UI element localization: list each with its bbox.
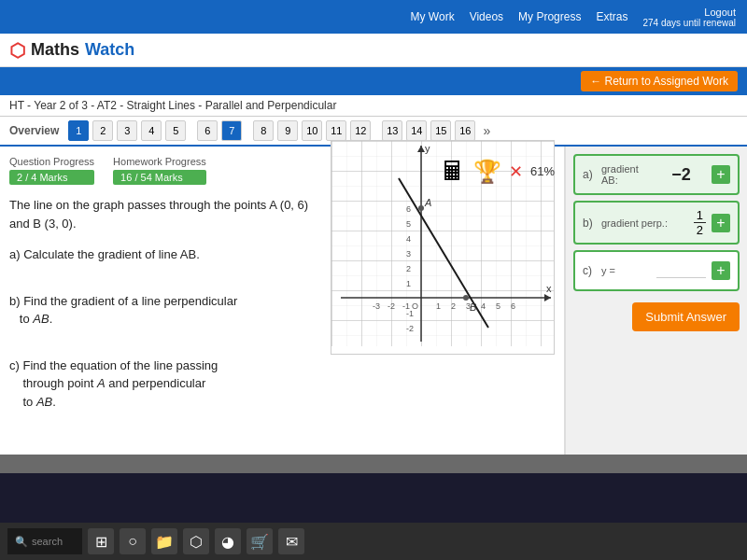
tab-7[interactable]: 7 — [221, 120, 242, 141]
tab-6[interactable]: 6 — [197, 120, 218, 141]
progress-section: Question Progress 2 / 4 Marks Homework P… — [9, 156, 555, 187]
svg-text:-2: -2 — [388, 301, 395, 311]
answer-b-expand-button[interactable]: + — [712, 214, 730, 232]
logo-bar: ⬡ MathsWatch — [0, 34, 747, 67]
svg-point-24 — [418, 205, 424, 211]
part-c-text: c) Find the equation of the line passing… — [9, 358, 218, 409]
answer-c-label: c) — [583, 264, 596, 277]
tab-13[interactable]: 13 — [382, 120, 402, 141]
fraction-denominator: 2 — [694, 223, 706, 237]
answer-row-c: c) y = + — [573, 250, 740, 291]
taskbar-store-icon[interactable]: 🛒 — [247, 528, 273, 554]
svg-text:-3: -3 — [373, 301, 380, 311]
trophy-icon: 🏆 — [473, 159, 501, 185]
x-icon[interactable]: ✕ — [509, 161, 523, 182]
tab-4[interactable]: 4 — [141, 120, 162, 141]
logo-watch: Watch — [85, 40, 134, 60]
nav-my-progress[interactable]: My Progress — [518, 10, 581, 23]
answer-b-label: b) — [583, 217, 596, 230]
right-panel: a) gradient AB: −2 + b) gradient perp.: … — [565, 147, 747, 455]
tab-more[interactable]: » — [483, 123, 490, 138]
tab-5[interactable]: 5 — [165, 120, 186, 141]
homework-progress-box: Homework Progress 16 / 54 Marks — [113, 156, 206, 185]
part-c-question: c) Find the equation of the line passing… — [9, 357, 555, 412]
return-to-assigned-work-button[interactable]: ← Return to Assigned Work — [581, 71, 738, 91]
nav-extras[interactable]: Extras — [596, 10, 627, 23]
percent-label: 61% — [530, 164, 555, 178]
svg-text:5: 5 — [406, 219, 411, 229]
tab-10[interactable]: 10 — [302, 120, 322, 141]
tab-3[interactable]: 3 — [117, 120, 137, 141]
breadcrumb: HT - Year 2 of 3 - AT2 - Straight Lines … — [0, 95, 747, 117]
logout-link[interactable]: Logout — [704, 7, 736, 18]
answer-b-fraction: 1 2 — [694, 208, 706, 237]
top-navigation: My Work Videos My Progress Extras Logout… — [0, 0, 747, 34]
svg-text:2: 2 — [451, 301, 456, 311]
svg-text:-2: -2 — [406, 324, 414, 333]
svg-text:4: 4 — [481, 301, 486, 311]
point-b-label: B — [470, 301, 476, 313]
homework-progress-value: 16 / 54 Marks — [113, 170, 206, 185]
taskbar-edge-icon[interactable]: ⬡ — [183, 528, 209, 554]
answer-c-field: y = — [601, 265, 651, 276]
tab-11[interactable]: 11 — [326, 120, 346, 141]
taskbar-mail-icon[interactable]: ✉ — [278, 528, 304, 554]
main-content: Question Progress 2 / 4 Marks Homework P… — [0, 147, 747, 455]
homework-progress-label: Homework Progress — [113, 156, 206, 167]
tab-16[interactable]: 16 — [455, 120, 475, 141]
svg-text:3: 3 — [406, 249, 411, 259]
tab-9[interactable]: 9 — [277, 120, 298, 141]
tab-12[interactable]: 12 — [350, 120, 371, 141]
calculator-icon[interactable]: 🖩 — [440, 156, 466, 187]
nav-videos[interactable]: Videos — [470, 10, 503, 23]
tab-1[interactable]: 1 — [68, 120, 89, 141]
answer-a-label: a) — [583, 168, 596, 181]
taskbar-file-icon[interactable]: 📁 — [151, 528, 177, 554]
svg-text:O: O — [412, 301, 418, 311]
part-b-text: b) Find the gradient of a line perpendic… — [9, 294, 237, 327]
question-progress-value: 2 / 4 Marks — [9, 170, 94, 185]
taskbar-windows-icon[interactable]: ⊞ — [88, 528, 114, 554]
tab-15[interactable]: 15 — [430, 120, 451, 141]
svg-text:6: 6 — [511, 301, 515, 311]
logout-section: Logout 274 days until renewal — [642, 7, 736, 28]
submit-answer-button[interactable]: Submit Answer — [632, 302, 740, 331]
return-bar: ← Return to Assigned Work — [0, 67, 747, 95]
point-a-label: A — [424, 197, 431, 208]
nav-my-work[interactable]: My Work — [411, 10, 455, 23]
svg-text:2: 2 — [406, 264, 411, 273]
part-a-text: a) Calculate the gradient of line AB. — [9, 247, 200, 261]
answer-b-field: gradient perp.: — [601, 217, 688, 229]
svg-text:1: 1 — [436, 301, 441, 311]
renewal-note: 274 days until renewal — [642, 18, 736, 28]
logo-icon: ⬡ — [9, 39, 25, 62]
left-panel: Question Progress 2 / 4 Marks Homework P… — [0, 147, 565, 455]
search-icon: 🔍 — [15, 536, 28, 548]
question-progress-label: Question Progress — [9, 156, 94, 167]
search-label[interactable]: search — [32, 536, 63, 547]
fraction-numerator: 1 — [694, 208, 706, 223]
tab-14[interactable]: 14 — [406, 120, 427, 141]
overview-label: Overview — [9, 124, 59, 137]
breadcrumb-text: HT - Year 2 of 3 - AT2 - Straight Lines … — [9, 99, 336, 112]
answer-a-field: gradient AB: — [601, 163, 651, 186]
tab-8[interactable]: 8 — [253, 120, 274, 141]
answer-c-expand-button[interactable]: + — [712, 261, 730, 280]
svg-text:1: 1 — [406, 279, 411, 288]
svg-text:4: 4 — [406, 234, 411, 244]
answer-row-b: b) gradient perp.: 1 2 + — [573, 201, 740, 245]
y-axis-label: y — [425, 143, 430, 154]
answer-a-value: −2 — [656, 165, 706, 185]
answer-a-expand-button[interactable]: + — [712, 165, 730, 184]
taskbar-chrome-icon[interactable]: ◕ — [215, 528, 241, 554]
icons-area: 🖩 🏆 ✕ 61% — [440, 156, 555, 187]
taskbar-cortana-icon[interactable]: ○ — [120, 528, 146, 554]
tab-2[interactable]: 2 — [92, 120, 113, 141]
svg-text:5: 5 — [496, 301, 500, 311]
laptop-bezel-bottom — [0, 455, 747, 473]
logo: ⬡ MathsWatch — [9, 39, 134, 62]
logo-maths: Maths — [31, 40, 79, 60]
taskbar-search-box: 🔍 search — [7, 528, 82, 554]
svg-point-25 — [463, 295, 469, 301]
answer-c-input[interactable] — [656, 263, 706, 278]
